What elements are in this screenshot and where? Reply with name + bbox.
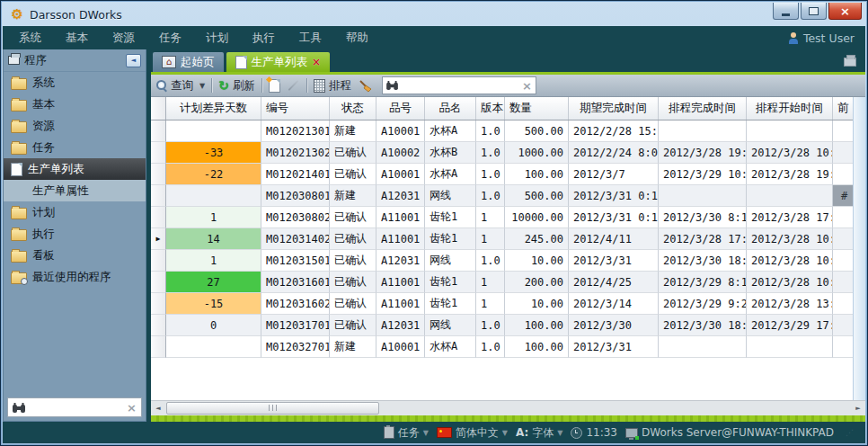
cell-sched_end[interactable] — [659, 120, 747, 142]
caret-down-icon[interactable]: ▼ — [502, 429, 508, 437]
toolbar-search-input[interactable] — [402, 79, 518, 92]
cell-item_no[interactable]: A11001 — [376, 293, 425, 315]
cell-item_no[interactable]: A10001 — [376, 120, 425, 142]
table-row[interactable]: 0M012031701已确认A12031网线1.0100.002012/3/30… — [151, 315, 853, 336]
cell-id[interactable]: M012021302 — [261, 142, 330, 164]
sidebar-item-看板[interactable]: 看板 — [4, 245, 146, 266]
column-header-version[interactable]: 版本 — [476, 97, 505, 120]
table-row[interactable]: 27M012031601已确认A11001齿轮11200.002012/4/25… — [151, 272, 853, 293]
cell-item_no[interactable]: A10001 — [376, 164, 425, 185]
menu-item-帮助[interactable]: 帮助 — [346, 31, 368, 46]
cell-diff[interactable]: 14 — [166, 228, 261, 250]
row-selector-cell[interactable] — [151, 120, 166, 142]
cell-diff[interactable]: -22 — [166, 164, 261, 185]
column-header-due[interactable]: 期望完成时间 — [569, 97, 659, 120]
schedule-button[interactable]: 排程 — [314, 78, 351, 94]
cell-diff[interactable]: 1 — [166, 250, 261, 272]
cell-item_no[interactable]: A11001 — [376, 207, 425, 228]
cell-id[interactable]: M012031402 — [261, 228, 330, 250]
horizontal-scrollbar[interactable]: ◄ ► — [151, 400, 865, 415]
cell-due[interactable]: 2012/3/31 0:10 — [569, 185, 659, 207]
sidebar-item-生产单列表[interactable]: 生产单列表 — [4, 158, 146, 180]
sidebar-item-计划[interactable]: 计划 — [4, 201, 146, 223]
query-caret-icon[interactable]: ▼ — [199, 82, 205, 90]
cell-id[interactable]: M012021301 — [261, 120, 330, 142]
table-row[interactable]: -22M012021401已确认A10001水杯A1.0100.002012/3… — [151, 164, 853, 185]
cell-sched_end[interactable]: 2012/3/28 17:13 — [659, 228, 747, 250]
cell-id[interactable]: M012030801 — [261, 185, 330, 207]
cell-status[interactable]: 已确认 — [330, 293, 376, 315]
cell-qty[interactable]: 1000.00 — [505, 142, 569, 164]
row-selector-cell[interactable]: ▶ — [151, 228, 166, 250]
cell-version[interactable]: 1.0 — [476, 142, 505, 164]
status-item-DWorks Server@FUNWAY-THINKPAD[interactable]: DWorks Server@FUNWAY-THINKPAD — [625, 426, 834, 439]
cell-due[interactable]: 2012/3/14 — [569, 293, 659, 315]
cell-item_no[interactable]: A11001 — [376, 272, 425, 293]
cell-id[interactable]: M012032701 — [261, 336, 330, 358]
cell-item_name[interactable]: 网线 — [425, 185, 476, 207]
tab-close-icon[interactable]: × — [312, 57, 321, 67]
cell-version[interactable]: 1.0 — [476, 164, 505, 185]
cell-extra[interactable] — [833, 228, 853, 250]
cell-due[interactable]: 2012/2/24 8:00 — [569, 142, 659, 164]
row-selector-cell[interactable] — [151, 315, 166, 336]
cell-id[interactable]: M012031701 — [261, 315, 330, 336]
cell-sched_start[interactable] — [747, 336, 833, 358]
cell-qty[interactable]: 10000.00 — [505, 207, 569, 228]
status-item-任务[interactable]: 任务▼ — [384, 425, 429, 441]
cell-sched_end[interactable]: 2012/3/28 19:10 — [659, 142, 747, 164]
cell-item_no[interactable]: A10001 — [376, 336, 425, 358]
cell-diff[interactable] — [166, 185, 261, 207]
cell-qty[interactable]: 100.00 — [505, 164, 569, 185]
cell-diff[interactable]: 0 — [166, 315, 261, 336]
column-header-id[interactable]: 编号 — [261, 97, 330, 120]
cell-item_name[interactable]: 网线 — [425, 315, 476, 336]
cell-diff[interactable] — [166, 120, 261, 142]
edit-button[interactable] — [287, 85, 300, 86]
sidebar-item-任务[interactable]: 任务 — [4, 137, 146, 158]
cell-version[interactable]: 1 — [476, 207, 505, 228]
cell-sched_end[interactable] — [659, 336, 747, 358]
cell-qty[interactable]: 100.00 — [505, 315, 569, 336]
cell-id[interactable]: M012021401 — [261, 164, 330, 185]
cell-item_name[interactable]: 水杯A — [425, 120, 476, 142]
row-selector-cell[interactable] — [151, 272, 166, 293]
status-item-11:33[interactable]: 11:33 — [571, 426, 617, 439]
vertical-scrollbar[interactable] — [853, 97, 865, 400]
row-selector-cell[interactable] — [151, 250, 166, 272]
cell-item_no[interactable]: A11001 — [376, 228, 425, 250]
cell-item_name[interactable]: 水杯A — [425, 164, 476, 185]
close-button[interactable]: × — [828, 3, 862, 20]
cell-status[interactable]: 已确认 — [330, 250, 376, 272]
cell-sched_start[interactable]: 2012/3/28 10:52 — [747, 250, 833, 272]
cell-sched_start[interactable]: 2012/3/28 10:52 — [747, 272, 833, 293]
cell-extra[interactable] — [833, 164, 853, 185]
resize-grip[interactable]: ⋰ — [846, 428, 853, 437]
cell-status[interactable]: 已确认 — [330, 207, 376, 228]
table-row[interactable]: 1M012030802已确认A11001齿轮1110000.002012/3/3… — [151, 207, 853, 228]
column-header-diff[interactable]: 计划差异天数 — [166, 97, 261, 120]
cell-diff[interactable]: 27 — [166, 272, 261, 293]
cell-due[interactable]: 2012/2/28 15:00 — [569, 120, 659, 142]
cell-sched_end[interactable]: 2012/3/29 8:15 — [659, 272, 747, 293]
menu-item-任务[interactable]: 任务 — [159, 31, 182, 46]
cell-version[interactable]: 1.0 — [476, 315, 505, 336]
cell-sched_end[interactable] — [659, 185, 747, 207]
cell-due[interactable]: 2012/3/31 0:17 — [569, 207, 659, 228]
caret-down-icon[interactable]: ▼ — [423, 429, 429, 437]
tab-起始页[interactable]: ⌂起始页 — [153, 52, 224, 72]
cell-extra[interactable] — [833, 293, 853, 315]
cell-status[interactable]: 新建 — [330, 185, 376, 207]
menu-item-资源[interactable]: 资源 — [112, 31, 135, 46]
column-header-qty[interactable]: 数量 — [505, 97, 569, 120]
cell-diff[interactable]: -33 — [166, 142, 261, 164]
table-row[interactable]: M012032701新建A10001水杯A1.0100.002012/3/31 — [151, 336, 853, 358]
sidebar-item-系统[interactable]: 系统 — [4, 72, 146, 94]
refresh-button[interactable]: ↻ 刷新 — [218, 78, 255, 94]
menu-item-工具[interactable]: 工具 — [299, 31, 322, 46]
menu-item-计划[interactable]: 计划 — [206, 31, 228, 46]
cell-sched_start[interactable]: 2012/3/28 19:10 — [747, 164, 833, 185]
cell-status[interactable]: 新建 — [330, 120, 376, 142]
cell-qty[interactable]: 100.00 — [505, 336, 569, 358]
cell-due[interactable]: 2012/3/31 — [569, 250, 659, 272]
